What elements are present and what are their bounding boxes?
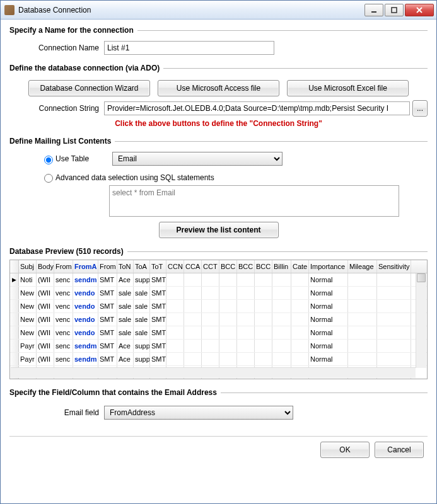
cell [272,273,291,286]
table-row[interactable]: Payr(WIIsencsendmSMTAcesuppSMTNormal [10,353,427,366]
cell [219,340,237,352]
close-button[interactable] [405,4,434,16]
cell: vendo [73,313,98,326]
column-header[interactable]: Cate [291,260,309,273]
section-preview-legend: Database Preview (510 records) [9,247,127,256]
cell [166,326,184,339]
cell: SMT [150,273,166,286]
table-select[interactable]: Email [112,152,283,166]
maximize-button[interactable] [385,4,404,16]
svg-rect-1 [392,8,397,13]
table-row[interactable]: Payr(WIIsencsendmSMTAcesuppSMTNormal [10,340,427,353]
table-row[interactable]: New(WIIvencvendoSMTsalesaleSMTNormal [10,287,427,300]
preview-button[interactable]: Preview the list content [159,222,279,238]
row-marker: ▶ [10,273,19,286]
column-header[interactable]: CCN [166,260,184,273]
column-header[interactable]: FromA [73,260,98,273]
cell: venc [54,313,73,326]
cell [291,313,309,326]
cell: supp [134,340,150,352]
browse-button[interactable]: ... [412,100,428,117]
column-header[interactable]: ToN [117,260,134,273]
cell [377,273,411,286]
table-row[interactable]: ▶Noti(WIIsencsendmSMTAcesuppSMTNormal [10,273,427,287]
cell: New [19,313,37,326]
table-row[interactable]: New(WIIvencvendoSMTsalesaleSMTNormal [10,326,427,340]
cell: SMT [150,353,166,365]
cell [202,340,219,352]
cell [377,287,411,299]
column-header[interactable]: BCC [219,260,237,273]
section-mailing-legend: Define Mailing List Contents [9,137,115,146]
cell [184,300,202,312]
cell: supp [134,273,150,286]
column-header[interactable]: BCC [237,260,255,273]
cell: Normal [309,300,348,312]
column-header[interactable]: From [54,260,73,273]
connection-string-input[interactable] [104,101,410,115]
cell: vendo [73,300,98,312]
cell: sale [134,326,150,339]
column-header[interactable]: Body [37,260,54,273]
column-header[interactable]: BCC [255,260,272,273]
cell [291,287,309,299]
excel-button[interactable]: Use Microsoft Excel file [287,80,409,96]
use-table-radio[interactable] [44,156,53,164]
minimize-button[interactable] [364,4,383,16]
wizard-button[interactable]: Database Connection Wizard [28,80,150,96]
table-row[interactable]: New(WIIvencvendoSMTsalesaleSMTNormal [10,300,427,313]
column-header[interactable]: CCA [184,260,202,273]
column-header[interactable]: Billin [272,260,291,273]
cell: (WII [37,300,54,312]
cell [202,326,219,339]
access-button[interactable]: Use Microsoft Access file [158,80,279,96]
cell: Payr [19,340,37,352]
grid-vscroll[interactable] [416,273,426,368]
row-marker [10,340,19,352]
titlebar[interactable]: Database Connection [1,1,436,20]
cell [377,300,411,312]
row-marker [10,300,19,312]
cell [184,287,202,299]
column-header[interactable]: Subj [19,260,37,273]
cell: SMT [98,326,117,339]
cell: sale [134,313,150,326]
cancel-button[interactable]: Cancel [375,442,424,458]
cell [219,353,237,365]
cell [237,340,255,352]
email-field-label: Email field [54,408,104,417]
sql-textarea[interactable]: select * from Email [109,185,399,217]
cell: (WII [37,313,54,326]
cell [348,287,377,299]
cell: SMT [150,300,166,312]
connection-name-input[interactable] [104,41,274,55]
cell: SMT [98,313,117,326]
cell: senc [54,353,73,365]
grid-hscroll[interactable] [11,367,416,378]
cell [291,340,309,352]
cell [184,340,202,352]
cell [166,340,184,352]
column-header[interactable]: ToT [150,260,166,273]
cell: Ace [117,273,134,286]
cell: Normal [309,326,348,339]
cell: sale [117,326,134,339]
column-header[interactable]: Sensitivity [377,260,411,273]
section-name: Specify a Name for the connection Connec… [9,26,428,59]
ok-button[interactable]: OK [320,442,370,458]
cell [237,353,255,365]
email-field-select[interactable]: FromAddress [104,406,293,420]
cell [272,287,291,299]
column-header[interactable]: ToA [134,260,150,273]
cell [272,300,291,312]
column-header[interactable]: Importance [309,260,348,273]
sql-radio[interactable] [44,174,53,183]
use-table-label: Use Table [55,154,112,163]
preview-grid[interactable]: SubjBodyFromFromAFromToNToAToTCCNCCACCTB… [9,260,428,379]
column-header[interactable]: Mileage [348,260,377,273]
cell [377,313,411,326]
table-row[interactable]: New(WIIvencvendoSMTsalesaleSMTNormal [10,313,427,326]
column-header[interactable]: CCT [202,260,219,273]
cell: SMT [150,340,166,352]
column-header[interactable]: From [98,260,117,273]
